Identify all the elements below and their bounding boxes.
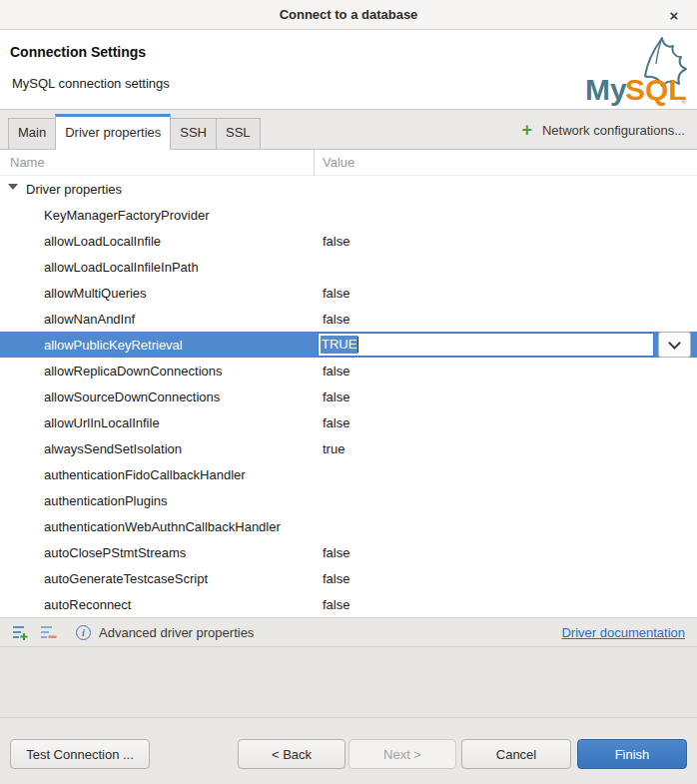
connect-dialog: Connect to a database × Connection Setti… xyxy=(0,0,697,784)
tab-driver-properties[interactable]: Driver properties xyxy=(55,114,171,150)
value-dropdown-button[interactable] xyxy=(658,332,691,358)
property-name: allowPublicKeyRetrieval xyxy=(0,338,315,353)
dialog-header: Connection Settings MySQL connection set… xyxy=(0,30,697,110)
footer-button-bar: Test Connection ... < Back Next > Cancel… xyxy=(0,717,697,784)
group-row-driver-properties[interactable]: Driver properties xyxy=(0,176,697,202)
back-button[interactable]: < Back xyxy=(238,739,346,769)
add-property-icon[interactable] xyxy=(12,624,30,640)
dialog-body-gap xyxy=(0,647,697,717)
tab-strip: Main Driver properties SSH SSL + Network… xyxy=(0,110,697,150)
property-name: autoReconnect xyxy=(0,597,315,612)
chevron-down-icon xyxy=(668,337,681,350)
property-name: authenticationWebAuthnCallbackHandler xyxy=(0,519,315,534)
property-value: true xyxy=(315,441,345,456)
test-connection-button[interactable]: Test Connection ... xyxy=(10,739,150,769)
table-row[interactable]: allowMultiQueries false xyxy=(0,280,697,306)
property-name: allowMultiQueries xyxy=(0,286,315,301)
window-title: Connect to a database xyxy=(280,7,418,22)
table-row[interactable]: allowUrlInLocalInfile false xyxy=(0,409,697,435)
table-row[interactable]: autoReconnect false xyxy=(0,591,697,617)
property-value: false xyxy=(315,597,349,612)
property-name: allowReplicaDownConnections xyxy=(0,364,315,379)
property-name: authenticationFidoCallbackHandler xyxy=(0,467,315,482)
group-label: Driver properties xyxy=(0,182,315,197)
close-icon[interactable]: × xyxy=(659,0,689,30)
table-row[interactable]: allowLoadLocalInfileInPath xyxy=(0,254,697,280)
table-row[interactable]: allowReplicaDownConnections false xyxy=(0,358,697,384)
table-row[interactable]: authenticationFidoCallbackHandler xyxy=(0,461,697,487)
table-row[interactable]: allowLoadLocalInfile false xyxy=(0,228,697,254)
text-caret xyxy=(357,337,358,353)
property-name: allowLoadLocalInfile xyxy=(0,234,315,249)
column-header-name[interactable]: Name xyxy=(0,150,315,176)
info-row: i Advanced driver properties xyxy=(76,625,254,640)
table-row[interactable]: autoClosePStmtStreams false xyxy=(0,539,697,565)
property-name: allowSourceDownConnections xyxy=(0,390,315,404)
svg-text:My: My xyxy=(585,73,627,106)
property-name: KeyManagerFactoryProvider xyxy=(0,208,315,223)
property-value: false xyxy=(315,312,349,327)
table-row[interactable]: autoGenerateTestcaseScript false xyxy=(0,565,697,591)
property-name: allowNanAndInf xyxy=(0,312,315,327)
tab-main[interactable]: Main xyxy=(8,118,56,149)
property-name: autoGenerateTestcaseScript xyxy=(0,571,315,586)
property-value: false xyxy=(315,545,349,560)
tab-ssh[interactable]: SSH xyxy=(170,118,217,149)
property-name: autoClosePStmtStreams xyxy=(0,545,315,560)
table-header: Name Value xyxy=(0,150,697,176)
selected-text: TRUE xyxy=(321,336,357,354)
table-row[interactable]: allowPublicKeyRetrieval TRUE xyxy=(0,332,697,358)
property-value: false xyxy=(315,364,349,379)
advanced-properties-label: Advanced driver properties xyxy=(99,625,254,640)
column-header-value[interactable]: Value xyxy=(315,155,354,170)
tab-ssl[interactable]: SSL xyxy=(216,118,261,149)
finish-button[interactable]: Finish xyxy=(577,739,687,769)
table-body: KeyManagerFactoryProvider allowLoadLocal… xyxy=(0,202,697,617)
table-row[interactable]: alwaysSendSetIsolation true xyxy=(0,435,697,461)
driver-properties-table: Name Value Driver properties KeyManagerF… xyxy=(0,150,697,617)
info-icon: i xyxy=(76,625,91,640)
property-value: false xyxy=(315,571,349,586)
property-value: false xyxy=(315,234,349,249)
titlebar: Connect to a database × xyxy=(0,0,697,30)
svg-text:®: ® xyxy=(681,97,687,106)
remove-property-icon[interactable] xyxy=(40,624,58,640)
property-name: alwaysSendSetIsolation xyxy=(0,441,315,456)
network-configurations-button[interactable]: + Network configurations... xyxy=(521,110,685,150)
value-editor-input[interactable]: TRUE xyxy=(318,333,654,357)
next-button: Next > xyxy=(348,739,456,769)
cancel-button[interactable]: Cancel xyxy=(461,739,571,769)
table-row[interactable]: authenticationPlugins xyxy=(0,487,697,513)
svg-text:SQL: SQL xyxy=(625,73,687,106)
table-row[interactable]: authenticationWebAuthnCallbackHandler xyxy=(0,513,697,539)
table-row[interactable]: KeyManagerFactoryProvider xyxy=(0,202,697,228)
table-row[interactable]: allowSourceDownConnections false xyxy=(0,384,697,409)
property-value: false xyxy=(315,415,349,430)
table-toolbar: i Advanced driver properties Driver docu… xyxy=(0,617,697,647)
page-subtitle: MySQL connection settings xyxy=(12,76,170,91)
plus-icon: + xyxy=(521,121,532,139)
property-name: allowUrlInLocalInfile xyxy=(0,415,315,430)
property-name: allowLoadLocalInfileInPath xyxy=(0,260,315,275)
driver-documentation-link[interactable]: Driver documentation xyxy=(561,625,685,640)
property-value: false xyxy=(315,390,349,404)
mysql-logo-icon: My SQL ® xyxy=(583,32,691,108)
network-configurations-label: Network configurations... xyxy=(542,123,685,138)
property-name: authenticationPlugins xyxy=(0,493,315,508)
page-title: Connection Settings xyxy=(10,44,146,60)
table-row[interactable]: allowNanAndInf false xyxy=(0,306,697,332)
property-value: false xyxy=(315,286,349,301)
tree-collapse-icon[interactable] xyxy=(8,184,18,190)
